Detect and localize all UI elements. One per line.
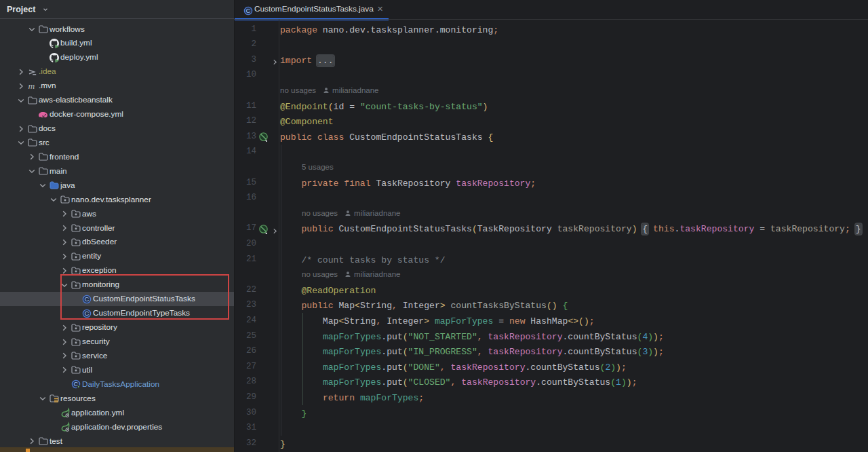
svg-text:m: m: [28, 81, 35, 91]
svg-text:C: C: [246, 7, 251, 14]
